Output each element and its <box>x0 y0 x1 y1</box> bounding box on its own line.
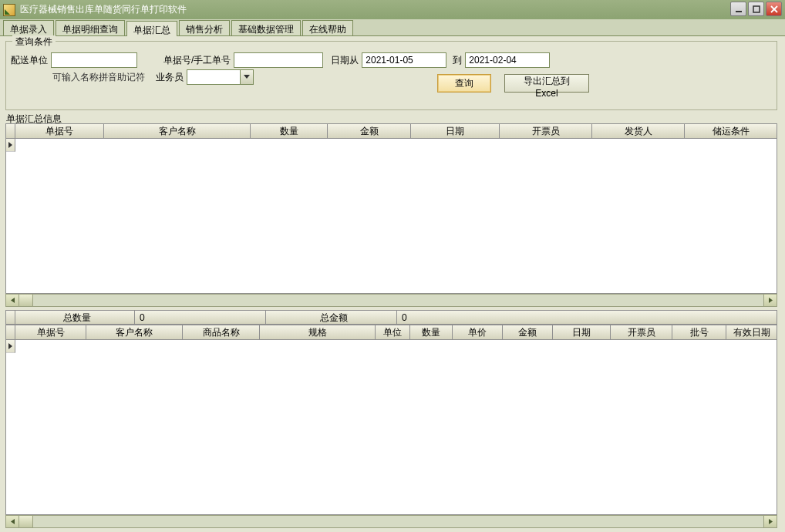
app-icon <box>3 4 15 16</box>
docno-input[interactable] <box>234 52 323 68</box>
query-conditions-group: 查询条件 配送单位 单据号/手工单号 日期从 到 可输入名称拼音助记符 业务员 <box>5 41 777 110</box>
summary-scroll-right[interactable] <box>763 295 777 306</box>
summary-hscrollbar[interactable] <box>5 294 777 307</box>
detail-hscrollbar[interactable] <box>5 515 777 528</box>
summary-grid-header: 单据号 客户名称 数量 金额 日期 开票员 发货人 储运条件 <box>6 124 777 139</box>
detail-col-unit[interactable]: 单位 <box>376 325 410 339</box>
query-legend: 查询条件 <box>12 35 56 49</box>
summary-scroll-left[interactable] <box>6 295 19 306</box>
detail-grid-body[interactable] <box>6 340 777 514</box>
summary-col-shipper[interactable]: 发货人 <box>592 124 685 138</box>
detail-col-qty[interactable]: 数量 <box>410 325 453 339</box>
content-area: 查询条件 配送单位 单据号/手工单号 日期从 到 可输入名称拼音助记符 业务员 <box>0 36 785 532</box>
date-from-label: 日期从 <box>331 54 359 67</box>
svg-rect-0 <box>736 11 742 12</box>
close-button[interactable] <box>766 2 782 16</box>
summary-col-customer[interactable]: 客户名称 <box>104 124 251 138</box>
query-row-2: 可输入名称拼音助记符 业务员 <box>11 69 254 85</box>
svg-marker-5 <box>11 298 15 303</box>
totals-row: 总数量 0 总金额 0 <box>5 310 777 325</box>
total-qty-value: 0 <box>135 311 266 324</box>
triangle-right-icon <box>768 298 773 303</box>
window-controls <box>730 2 782 16</box>
summary-grid-body[interactable] <box>6 139 777 293</box>
date-to-input[interactable] <box>465 52 550 68</box>
detail-indicator-header <box>6 325 15 339</box>
tab-sales-analysis[interactable]: 销售分析 <box>179 20 230 35</box>
date-from-input[interactable] <box>362 52 446 68</box>
detail-scroll-thumb[interactable] <box>19 516 33 527</box>
deliver-unit-label: 配送单位 <box>11 54 48 67</box>
detail-scroll-left[interactable] <box>6 516 19 527</box>
detail-grid[interactable]: 单据号 客户名称 商品名称 规格 单位 数量 单价 金额 日期 开票员 批号 有… <box>5 325 777 515</box>
query-row-1: 配送单位 单据号/手工单号 日期从 到 <box>11 52 550 68</box>
minimize-icon <box>735 5 743 13</box>
svg-marker-7 <box>11 519 15 524</box>
total-qty-label: 总数量 <box>15 311 135 324</box>
salesman-dropdown-button[interactable] <box>241 69 254 85</box>
summary-row-indicator <box>6 139 15 152</box>
deliver-unit-input[interactable] <box>51 52 137 68</box>
summary-col-date[interactable]: 日期 <box>411 124 500 138</box>
detail-col-expiry[interactable]: 有效日期 <box>726 325 777 339</box>
summary-col-amount[interactable]: 金额 <box>328 124 411 138</box>
summary-col-transport[interactable]: 储运条件 <box>685 124 777 138</box>
maximize-icon <box>753 5 760 13</box>
detail-row-indicator <box>6 340 15 353</box>
summary-col-qty[interactable]: 数量 <box>251 124 328 138</box>
total-amount-value: 0 <box>397 311 777 324</box>
salesman-combo[interactable] <box>187 69 254 85</box>
tab-help[interactable]: 在线帮助 <box>302 20 353 35</box>
docno-label: 单据号/手工单号 <box>163 54 231 67</box>
tab-base-data[interactable]: 基础数据管理 <box>231 20 301 35</box>
deliver-unit-hint: 可输入名称拼音助记符 <box>52 71 145 84</box>
detail-col-batch[interactable]: 批号 <box>672 325 726 339</box>
svg-marker-8 <box>769 519 773 524</box>
export-excel-button[interactable]: 导出汇总到Excel <box>504 74 589 93</box>
detail-col-date[interactable]: 日期 <box>553 325 611 339</box>
summary-grid[interactable]: 单据号 客户名称 数量 金额 日期 开票员 发货人 储运条件 <box>5 123 777 294</box>
query-button[interactable]: 查询 <box>437 74 491 93</box>
maximize-button[interactable] <box>748 2 764 16</box>
chevron-down-icon <box>244 75 250 79</box>
tab-summary[interactable]: 单据汇总 <box>126 21 177 36</box>
triangle-left-icon <box>10 519 15 524</box>
detail-col-issuer[interactable]: 开票员 <box>611 325 672 339</box>
summary-scroll-track[interactable] <box>19 295 763 306</box>
tab-entry[interactable]: 单据录入 <box>3 20 54 35</box>
summary-col-docno[interactable]: 单据号 <box>15 124 104 138</box>
svg-marker-6 <box>769 298 773 303</box>
summary-col-issuer[interactable]: 开票员 <box>500 124 592 138</box>
salesman-input[interactable] <box>187 69 241 85</box>
detail-col-price[interactable]: 单价 <box>453 325 503 339</box>
summary-indicator-header <box>6 124 15 138</box>
svg-marker-4 <box>244 75 250 79</box>
detail-col-spec[interactable]: 规格 <box>260 325 376 339</box>
detail-col-docno[interactable]: 单据号 <box>15 325 86 339</box>
detail-col-product[interactable]: 商品名称 <box>183 325 260 339</box>
app-title: 医疗器械销售出库单随货同行单打印软件 <box>20 3 187 16</box>
detail-scroll-track[interactable] <box>19 516 763 527</box>
detail-col-amount[interactable]: 金额 <box>503 325 553 339</box>
svg-rect-1 <box>753 6 760 12</box>
triangle-left-icon <box>10 298 15 303</box>
triangle-right-icon <box>768 519 773 524</box>
tab-bar: 单据录入 单据明细查询 单据汇总 销售分析 基础数据管理 在线帮助 <box>0 19 785 36</box>
summary-scroll-thumb[interactable] <box>19 295 33 306</box>
detail-grid-header: 单据号 客户名称 商品名称 规格 单位 数量 单价 金额 日期 开票员 批号 有… <box>6 325 777 340</box>
close-icon <box>770 5 778 13</box>
salesman-label: 业务员 <box>156 71 184 84</box>
minimize-button[interactable] <box>730 2 746 16</box>
total-amount-label: 总金额 <box>266 311 397 324</box>
date-to-label: 到 <box>453 54 462 67</box>
detail-scroll-right[interactable] <box>763 516 777 527</box>
tab-detail-query[interactable]: 单据明细查询 <box>56 20 125 35</box>
title-bar: 医疗器械销售出库单随货同行单打印软件 <box>0 0 785 19</box>
detail-col-customer[interactable]: 客户名称 <box>86 325 183 339</box>
